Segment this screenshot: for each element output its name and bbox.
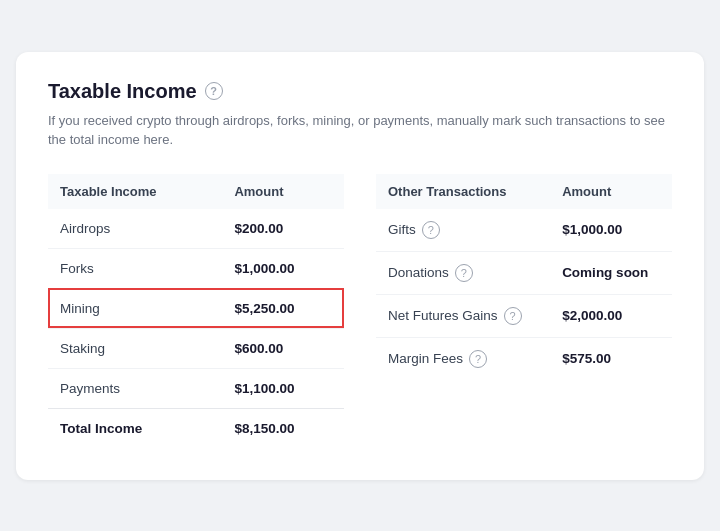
row-amount: $200.00 (222, 209, 344, 249)
row-amount: Coming soon (550, 251, 672, 294)
row-label: Donations? (376, 251, 550, 294)
table-row: Margin Fees?$575.00 (376, 337, 672, 380)
row-label: Payments (48, 368, 222, 408)
row-amount: $5,250.00 (222, 288, 344, 328)
taxable-income-table: Taxable Income Amount Airdrops$200.00For… (48, 174, 344, 448)
right-table-header-row: Other Transactions Amount (376, 174, 672, 209)
left-table-section: Taxable Income Amount Airdrops$200.00For… (48, 174, 344, 448)
table-row: Mining$5,250.00 (48, 288, 344, 328)
row-amount: $8,150.00 (222, 408, 344, 448)
table-row: Gifts?$1,000.00 (376, 209, 672, 252)
row-label-text: Margin Fees? (388, 350, 538, 368)
row-amount: $1,000.00 (222, 248, 344, 288)
title-help-icon[interactable]: ? (205, 82, 223, 100)
left-col1-header: Taxable Income (48, 174, 222, 209)
title-text: Taxable Income (48, 80, 197, 103)
card-description: If you received crypto through airdrops,… (48, 111, 672, 150)
row-label: Forks (48, 248, 222, 288)
row-label: Total Income (48, 408, 222, 448)
table-row: Airdrops$200.00 (48, 209, 344, 249)
row-label: Net Futures Gains? (376, 294, 550, 337)
row-label: Margin Fees? (376, 337, 550, 380)
right-col1-header: Other Transactions (376, 174, 550, 209)
row-help-icon[interactable]: ? (504, 307, 522, 325)
tables-container: Taxable Income Amount Airdrops$200.00For… (48, 174, 672, 448)
left-table-header-row: Taxable Income Amount (48, 174, 344, 209)
row-help-icon[interactable]: ? (422, 221, 440, 239)
row-help-icon[interactable]: ? (455, 264, 473, 282)
left-col2-header: Amount (222, 174, 344, 209)
row-amount: $2,000.00 (550, 294, 672, 337)
row-amount: $1,000.00 (550, 209, 672, 252)
row-label-text: Donations? (388, 264, 538, 282)
right-col2-header: Amount (550, 174, 672, 209)
right-table-section: Other Transactions Amount Gifts?$1,000.0… (376, 174, 672, 448)
row-amount: $1,100.00 (222, 368, 344, 408)
row-help-icon[interactable]: ? (469, 350, 487, 368)
row-amount: $600.00 (222, 328, 344, 368)
row-label-text: Gifts? (388, 221, 538, 239)
card-title: Taxable Income ? (48, 80, 672, 103)
row-label: Airdrops (48, 209, 222, 249)
table-row: Staking$600.00 (48, 328, 344, 368)
table-row: Net Futures Gains?$2,000.00 (376, 294, 672, 337)
row-amount: $575.00 (550, 337, 672, 380)
row-label: Staking (48, 328, 222, 368)
row-label-text: Net Futures Gains? (388, 307, 538, 325)
table-row: Payments$1,100.00 (48, 368, 344, 408)
table-row: Total Income$8,150.00 (48, 408, 344, 448)
row-label: Mining (48, 288, 222, 328)
taxable-income-card: Taxable Income ? If you received crypto … (16, 52, 704, 480)
table-row: Forks$1,000.00 (48, 248, 344, 288)
table-row: Donations?Coming soon (376, 251, 672, 294)
row-label: Gifts? (376, 209, 550, 252)
other-transactions-table: Other Transactions Amount Gifts?$1,000.0… (376, 174, 672, 380)
